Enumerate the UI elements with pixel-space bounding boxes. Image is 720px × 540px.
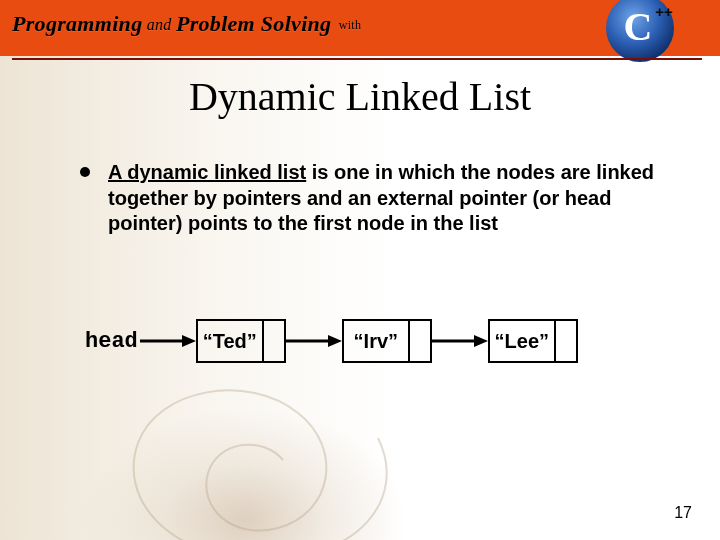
node-next-pointer	[410, 321, 430, 361]
node-data: “Irv”	[344, 321, 410, 361]
node-next-pointer	[556, 321, 576, 361]
svg-marker-2	[182, 335, 196, 347]
node-data: “Ted”	[198, 321, 264, 361]
wordmark-and: and	[142, 16, 176, 33]
bullet-text: A dynamic linked list is one in which th…	[108, 160, 658, 237]
arrow-icon	[432, 334, 488, 348]
slide: Programming and Problem Solving with C +…	[0, 0, 720, 540]
node-next-pointer	[264, 321, 284, 361]
cpp-logo-icon: C ++	[602, 0, 680, 66]
header-rule	[12, 58, 702, 60]
node-data: “Lee”	[490, 321, 556, 361]
bullet-row: A dynamic linked list is one in which th…	[80, 160, 658, 237]
book-wordmark: Programming and Problem Solving with	[12, 11, 361, 37]
page-number: 17	[674, 504, 692, 522]
arrow-icon	[138, 334, 196, 348]
bullet-term: A dynamic linked list	[108, 161, 306, 183]
cpp-logo-plusplus: ++	[655, 3, 673, 20]
cpp-logo-c: C	[624, 4, 653, 49]
list-node: “Irv”	[342, 319, 432, 363]
arrow-icon	[286, 334, 342, 348]
bullet-icon	[80, 167, 90, 177]
wordmark-with: with	[335, 18, 361, 32]
svg-marker-4	[328, 335, 342, 347]
slide-body: A dynamic linked list is one in which th…	[80, 160, 658, 237]
list-node: “Lee”	[488, 319, 578, 363]
wordmark-programming: Programming	[12, 11, 142, 36]
slide-title: Dynamic Linked List	[0, 73, 720, 120]
background-swirl-icon	[108, 358, 408, 540]
header-banner: Programming and Problem Solving with C +…	[0, 0, 720, 56]
wordmark-problem-solving: Problem Solving	[176, 11, 331, 36]
head-pointer-label: head	[85, 329, 138, 354]
header-inner: Programming and Problem Solving with C +…	[12, 0, 702, 56]
list-node: “Ted”	[196, 319, 286, 363]
linked-list-diagram: head “Ted” “Irv” “Lee”	[85, 318, 578, 364]
svg-marker-6	[474, 335, 488, 347]
